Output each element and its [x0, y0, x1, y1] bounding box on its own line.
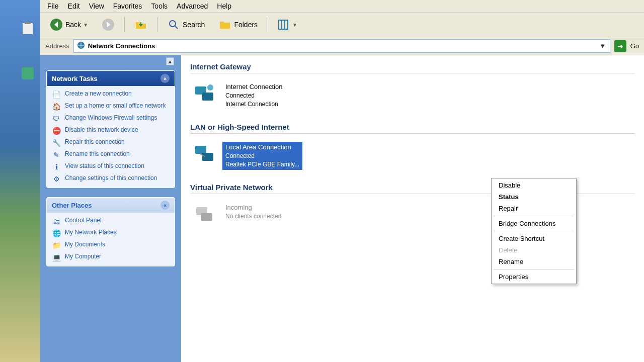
search-icon — [167, 18, 181, 32]
ctx-bridge[interactable]: Bridge Connections — [492, 218, 576, 229]
address-dropdown-icon[interactable]: ▼ — [599, 42, 607, 50]
connection-status: Connected — [225, 92, 282, 100]
internet-connection-icon — [192, 81, 216, 106]
menu-advanced[interactable]: Advanced — [177, 2, 208, 10]
views-button[interactable]: ▼ — [272, 16, 301, 34]
folders-label: Folders — [234, 21, 258, 29]
svg-point-8 — [207, 84, 213, 90]
svg-rect-9 — [195, 146, 206, 154]
views-icon — [276, 18, 290, 32]
other-places-body: 🗂Control Panel 🌐My Network Places 📁My Do… — [47, 213, 175, 266]
go-button[interactable]: ➜ — [614, 40, 626, 52]
go-arrow-icon: ➜ — [617, 42, 623, 50]
up-button[interactable] — [130, 16, 152, 34]
network-setup-icon: 🏠 — [52, 102, 61, 111]
task-repair[interactable]: 🔧Repair this connection — [52, 138, 170, 147]
group-internet-gateway: Internet Gateway — [190, 62, 635, 73]
menu-view[interactable]: View — [89, 2, 104, 10]
menu-help[interactable]: Help — [217, 2, 231, 10]
internet-connection-item[interactable]: Internet Connection Connected Internet C… — [190, 79, 361, 112]
back-label: Back — [65, 21, 81, 29]
address-field[interactable]: Network Connections ▼ — [73, 39, 610, 53]
svg-rect-12 — [201, 213, 212, 221]
folders-button[interactable]: Folders — [214, 16, 262, 34]
task-create-connection[interactable]: 📄Create a new connection — [52, 90, 170, 99]
context-menu: Disable Status Repair Bridge Connections… — [491, 178, 577, 284]
ctx-separator — [494, 231, 574, 231]
forward-icon — [101, 18, 115, 32]
connection-name: Local Area Connection — [225, 143, 299, 152]
network-icon — [77, 41, 85, 51]
ctx-create-shortcut[interactable]: Create Shortcut — [492, 233, 576, 244]
place-control-panel[interactable]: 🗂Control Panel — [52, 217, 170, 226]
views-dropdown-icon: ▼ — [292, 22, 297, 28]
collapse-icon[interactable]: « — [160, 201, 170, 210]
toolbar: Back ▼ Search Folders ▼ — [40, 13, 644, 37]
back-dropdown-icon[interactable]: ▼ — [83, 22, 88, 28]
sidebar-scroll-up[interactable]: ▲ — [166, 57, 174, 65]
task-firewall[interactable]: 🛡Change Windows Firewall settings — [52, 114, 170, 123]
address-bar: Address Network Connections ▼ ➜ Go — [40, 37, 644, 55]
menu-tools[interactable]: Tools — [151, 2, 168, 10]
other-places-panel: Other Places « 🗂Control Panel 🌐My Networ… — [46, 197, 175, 266]
documents-icon: 📁 — [52, 241, 61, 250]
other-places-header[interactable]: Other Places « — [47, 198, 175, 213]
connection-status: Connected — [225, 152, 299, 160]
place-my-documents[interactable]: 📁My Documents — [52, 241, 170, 250]
ctx-repair[interactable]: Repair — [492, 203, 576, 214]
folders-icon — [218, 18, 232, 32]
connection-status: No clients connected — [225, 212, 281, 221]
repair-icon: 🔧 — [52, 138, 61, 147]
task-view-status[interactable]: ℹView status of this connection — [52, 162, 170, 171]
other-places-title: Other Places — [52, 202, 92, 209]
ctx-properties[interactable]: Properties — [492, 271, 576, 283]
task-disable-device[interactable]: ⛔Disable this network device — [52, 126, 170, 135]
ctx-separator — [494, 269, 574, 269]
network-tasks-header[interactable]: Network Tasks « — [47, 71, 175, 86]
back-button[interactable]: Back ▼ — [45, 16, 92, 34]
menu-file[interactable]: File — [47, 2, 59, 10]
task-rename[interactable]: ✎Rename this connection — [52, 150, 170, 159]
connection-detail: Realtek PCIe GBE Family... — [225, 160, 299, 169]
svg-rect-0 — [22, 67, 34, 79]
network-tasks-body: 📄Create a new connection 🏠Set up a home … — [47, 86, 175, 188]
connection-name: Internet Connection — [225, 82, 282, 92]
group-lan: LAN or High-Speed Internet — [190, 123, 635, 134]
computer-icon: 💻 — [52, 253, 61, 262]
lan-connection-icon — [192, 142, 216, 166]
ctx-disable[interactable]: Disable — [492, 179, 576, 191]
vpn-incoming-item[interactable]: Incoming No clients connected — [190, 200, 361, 228]
forward-button[interactable] — [97, 16, 119, 34]
settings-icon: ⚙ — [52, 174, 61, 184]
menu-favorites[interactable]: Favorites — [113, 2, 142, 10]
menu-edit[interactable]: Edit — [68, 2, 80, 10]
ctx-rename[interactable]: Rename — [492, 256, 576, 267]
rename-icon: ✎ — [52, 150, 61, 159]
sidebar: ▲ Network Tasks « 📄Create a new connecti… — [40, 55, 181, 362]
back-icon — [49, 18, 63, 32]
network-connections-window: File Edit View Favorites Tools Advanced … — [40, 0, 644, 362]
status-icon: ℹ — [52, 162, 61, 171]
svg-rect-10 — [202, 153, 213, 161]
collapse-icon[interactable]: « — [160, 74, 170, 83]
connection-name: Incoming — [225, 203, 281, 212]
svg-point-3 — [170, 21, 176, 27]
network-places-icon: 🌐 — [52, 229, 61, 238]
network-tasks-title: Network Tasks — [52, 75, 98, 82]
desktop-shortcut-icon[interactable] — [15, 65, 40, 82]
task-setup-network[interactable]: 🏠Set up a home or small office network — [52, 102, 170, 111]
place-network-places[interactable]: 🌐My Network Places — [52, 229, 170, 238]
content-area: ▲ Network Tasks « 📄Create a new connecti… — [40, 55, 644, 362]
toolbar-separator — [267, 17, 267, 32]
local-area-connection-item[interactable]: Local Area Connection Connected Realtek … — [190, 140, 361, 172]
desktop-recycle-icon[interactable] — [15, 20, 40, 37]
ctx-delete[interactable]: Delete — [492, 244, 576, 256]
task-change-settings[interactable]: ⚙Change settings of this connection — [52, 174, 170, 184]
search-button[interactable]: Search — [163, 16, 209, 34]
network-tasks-panel: Network Tasks « 📄Create a new connection… — [46, 70, 175, 188]
control-panel-icon: 🗂 — [52, 217, 61, 226]
folder-up-icon — [134, 18, 148, 32]
place-my-computer[interactable]: 💻My Computer — [52, 253, 170, 262]
address-label: Address — [45, 42, 69, 50]
ctx-status[interactable]: Status — [492, 191, 576, 203]
